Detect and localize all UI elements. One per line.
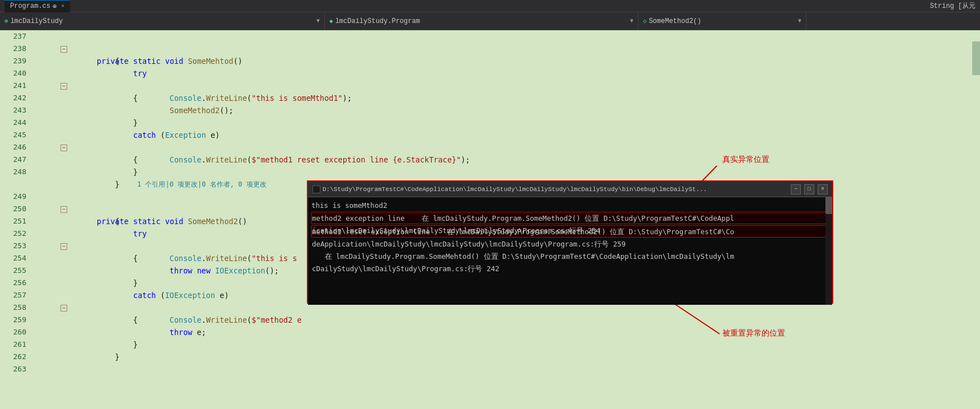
- code-line-262: [31, 351, 980, 363]
- line-251: 251: [0, 215, 31, 227]
- console-title-text: D:\Study\ProgramTestC#\CodeApplication\l…: [323, 186, 707, 193]
- console-title: D:\Study\ProgramTestC#\CodeApplication\l…: [312, 185, 707, 193]
- console-controls: − □ ×: [791, 184, 828, 194]
- toolbar: ⊕ lmcDailyStudy ▼ ◆ lmcDailyStudy.Progra…: [0, 12, 980, 30]
- namespace-arrow-icon: ▼: [316, 18, 320, 24]
- method-dropdown[interactable]: ◇ SomeMethod2() ▼: [638, 12, 806, 30]
- line-261: 261: [0, 338, 31, 351]
- line-241: 241: [0, 80, 31, 92]
- console-line-1: method2 exception line 在 lmcDailyStudy.P…: [311, 212, 829, 224]
- namespace-label: lmcDailyStudy: [11, 17, 63, 25]
- line-246: 246: [0, 141, 31, 154]
- editor-scrollbar[interactable]: [972, 30, 980, 409]
- line-247: 247: [0, 154, 31, 166]
- code-line-248: }: [31, 166, 980, 178]
- close-console-button[interactable]: ×: [818, 184, 828, 194]
- line-242: 242: [0, 92, 31, 104]
- console-content: this is someMthod2 method2 exception lin…: [308, 197, 832, 305]
- console-app-icon: [312, 185, 320, 193]
- code-line-261: }: [31, 338, 980, 351]
- tab-program-cs[interactable]: Program.cs ⊕ ×: [4, 0, 70, 12]
- console-line-0: this is someMthod2: [311, 199, 829, 212]
- code-line-244: catch (Exception e): [31, 117, 980, 129]
- collapse-257[interactable]: −: [60, 305, 67, 312]
- line-252: 252: [0, 227, 31, 240]
- class-label: lmcDailyStudy.Program: [335, 17, 420, 25]
- scrollbar-thumb: [972, 41, 980, 75]
- class-icon: ◆: [329, 17, 333, 25]
- namespace-icon: ⊕: [4, 17, 8, 25]
- code-line-240: − {: [31, 67, 980, 80]
- line-248: 248: [0, 166, 31, 178]
- line-259: 259: [0, 314, 31, 326]
- line-249: 249: [0, 190, 31, 203]
- line-257: 257: [0, 289, 31, 301]
- collapse-245[interactable]: −: [60, 145, 67, 151]
- line-262: 262: [0, 351, 31, 363]
- console-scrollbar[interactable]: [825, 197, 832, 305]
- method-icon: ◇: [643, 17, 647, 25]
- code-line-238: {: [31, 43, 980, 55]
- console-line-2: method1 reset exception line 在 lmcDailyS…: [311, 225, 829, 238]
- line-258: 258: [0, 301, 31, 314]
- console-window: D:\Study\ProgramTestC#\CodeApplication\l…: [307, 180, 833, 304]
- minimize-button[interactable]: −: [791, 184, 801, 194]
- line-239: 239: [0, 55, 31, 67]
- method-arrow-icon: ▼: [798, 18, 801, 24]
- title-bar-right: String [从元: [930, 1, 976, 11]
- tab-label: Program.cs: [10, 2, 50, 10]
- line-254: 254: [0, 252, 31, 264]
- namespace-dropdown[interactable]: ⊕ lmcDailyStudy ▼: [0, 12, 325, 30]
- line-245: 245: [0, 129, 31, 141]
- class-dropdown[interactable]: ◆ lmcDailyStudy.Program ▼: [325, 12, 638, 30]
- line-238: 238: [0, 43, 31, 55]
- editor-container: 237 238 239 240 241 242 243 244 245 246 …: [0, 30, 980, 409]
- line-263: 263: [0, 363, 31, 375]
- tab-close-icon[interactable]: ×: [61, 3, 64, 10]
- method-label: SomeMethod2(): [649, 17, 702, 25]
- class-arrow-icon: ▼: [630, 18, 633, 24]
- line-260: 260: [0, 326, 31, 338]
- code-line-241: Console.WriteLine("this is someMthod1");: [31, 80, 980, 92]
- collapse-240[interactable]: −: [60, 83, 67, 90]
- restore-button[interactable]: □: [804, 184, 814, 194]
- console-titlebar: D:\Study\ProgramTestC#\CodeApplication\l…: [308, 182, 832, 197]
- line-hint: [0, 178, 31, 190]
- line-243: 243: [0, 104, 31, 117]
- collapse-249[interactable]: −: [60, 206, 67, 213]
- line-237: 237: [0, 30, 31, 43]
- collapse-252[interactable]: −: [60, 243, 67, 250]
- title-bar: Program.cs ⊕ × String [从元: [0, 0, 980, 12]
- line-244: 244: [0, 117, 31, 129]
- code-line-246: Console.WriteLine($"method1 reset except…: [31, 141, 980, 154]
- line-256: 256: [0, 277, 31, 289]
- console-scrollbar-thumb: [825, 197, 832, 214]
- title-bar-left: Program.cs ⊕ ×: [4, 0, 70, 12]
- line-253: 253: [0, 240, 31, 252]
- code-line-237: − private static void SomeMehtod(): [31, 30, 980, 43]
- line-255: 255: [0, 264, 31, 277]
- line-240: 240: [0, 67, 31, 80]
- code-line-263: [31, 363, 980, 375]
- collapse-237[interactable]: −: [60, 46, 67, 53]
- line-number-gutter: 237 238 239 240 241 242 243 244 245 246 …: [0, 30, 31, 409]
- tab-pin-icon[interactable]: ⊕: [53, 2, 57, 11]
- line-250: 250: [0, 203, 31, 215]
